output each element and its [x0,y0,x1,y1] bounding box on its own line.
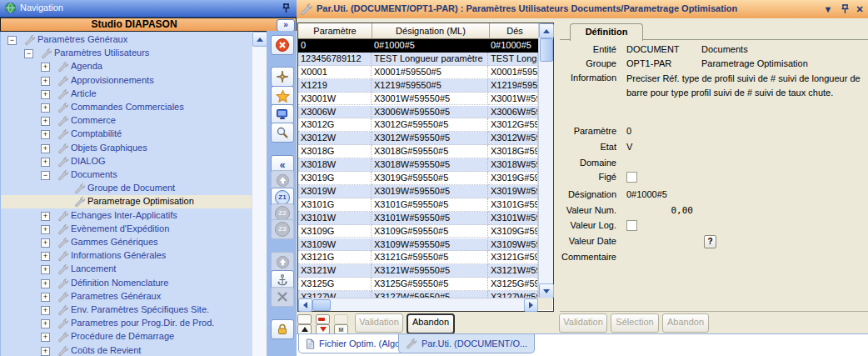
table-row-x3121w[interactable]: X3121WX3121W#59550#5X3121W#59550#5 [298,264,538,278]
designation-ml-cell[interactable]: TEST Longueur paramètre [488,53,538,66]
designation-ml-cell[interactable]: X3006W#59550#5 [488,106,538,119]
designation-ml-cell[interactable]: X3125G#59550#5 [488,278,538,291]
close-icon[interactable]: ✕ [853,3,866,16]
designation-ml-cell[interactable]: X3019W#59550#5 [488,185,538,198]
designation-cell[interactable]: X1219#59550#5 [372,79,488,93]
designation-cell[interactable]: X3109W#59550#5 [372,238,488,252]
grid-scroll-left-button[interactable] [298,298,312,312]
expand-box-icon[interactable]: + [41,225,50,234]
tree-item-informations-g-n-rales[interactable]: +Informations Générales [1,249,266,263]
column-header-d-signation-ml[interactable]: Désignation (ML) [372,23,490,39]
collapse-box-icon[interactable]: − [41,171,50,180]
table-row-x3012w[interactable]: X3012WX3012W#59550#5X3012W#59550#5 [298,132,538,145]
designation-ml-cell[interactable]: 0#1000#5 [488,39,538,53]
table-row-x3109w[interactable]: X3109WX3109W#59550#5X3109W#59550#5 [298,238,538,252]
grid-horizontal-scrollbar[interactable] [298,298,538,311]
designation-cell[interactable]: X3121G#59550#5 [372,251,488,264]
designation-cell[interactable]: X3127W#59550#5 [372,291,488,298]
designation-ml-cell[interactable]: X3012W#59550#5 [488,132,538,145]
param-cell[interactable]: X3125G [298,278,372,291]
table-row-x3012g[interactable]: X3012GX3012G#59550#5X3012G#59550#5 [298,118,538,132]
param-cell[interactable]: X3109W [298,238,372,252]
grid-scroll-up-button[interactable] [539,23,554,38]
designation-ml-cell[interactable]: X3018G#59550#5 [488,145,538,158]
tree-item-proc-dure-de-d-marrage[interactable]: +Procédure de Démarrage [1,330,266,343]
tree-item-comptabilit[interactable]: +Comptabilité [1,128,266,141]
param-cell[interactable]: X3109G [298,225,372,238]
designation-cell[interactable]: X3012W#59550#5 [372,132,488,145]
expand-box-icon[interactable]: + [41,90,50,99]
expand-box-icon[interactable]: + [41,117,50,126]
designation-cell[interactable]: X3109G#59550#5 [372,225,488,238]
expand-box-icon[interactable]: + [41,158,50,167]
designation-ml-cell[interactable]: X3101G#59550#5 [488,198,538,212]
designation-ml-cell[interactable]: X3127W#59550#5 [488,291,538,298]
tree-item-parametres-pour-prog-dir-de-prod[interactable]: +Parametres pour Prog.Dir. de Prod. [1,317,266,330]
grid-vscroll-thumb[interactable] [540,38,553,62]
tree-item-gammes-g-n-riques[interactable]: +Gammes Génériques [1,236,266,249]
param-cell[interactable]: 0 [298,39,372,53]
param-cell[interactable]: X3121G [298,251,372,264]
tree-item-param-tres-utilisateurs[interactable]: −Paramètres Utilisateurs [1,47,266,60]
column-header-param-tre[interactable]: Paramètre [298,23,372,39]
grid-vertical-scrollbar[interactable] [538,23,553,298]
table-row-x3018w[interactable]: X3018WX3018W#59550#5X3018W#59550#5 [298,158,538,172]
designation-ml-cell[interactable]: X3019G#59550#5 [488,172,538,185]
close-panel-button[interactable] [271,35,294,55]
favorites-button[interactable] [271,86,294,106]
designation-cell[interactable]: X3006W#59550#5 [372,106,488,119]
valeur-num-value[interactable]: 0,00 [626,205,693,216]
empty-box-icon[interactable] [297,314,312,324]
tree-item-commerce[interactable]: +Commerce [1,114,266,128]
red-dash-icon[interactable] [316,314,330,324]
table-row-x3109g[interactable]: X3109GX3109G#59550#5X3109G#59550#5 [298,225,538,238]
designation-ml-cell[interactable]: X3101W#59550#5 [488,212,538,225]
param-cell[interactable]: X3018G [298,145,372,158]
date-help-button[interactable]: ? [704,235,716,248]
tree-scrollbar[interactable] [252,32,267,356]
designation-cell[interactable]: X3019W#59550#5 [372,185,488,198]
tree-item-groupe-de-document[interactable]: Groupe de Document [1,182,266,195]
tab-par-uti[interactable]: Par.Uti. (DOCUMENT/O... [398,334,535,353]
search-button[interactable] [271,123,294,143]
expand-box-icon[interactable]: + [41,144,50,153]
collapse-box-icon[interactable]: − [7,36,17,45]
param-cell[interactable]: X3101G [298,198,372,212]
table-row-x3019g[interactable]: X3019GX3019G#59550#5X3019G#59550#5 [298,172,538,185]
table-row-x3101w[interactable]: X3101WX3101W#59550#5X3101W#59550#5 [298,212,538,225]
tree-scroll-up-button[interactable] [252,32,267,47]
tree-item-param-tres-g-n-raux[interactable]: −Paramètres Généraux [1,33,266,47]
param-cell[interactable]: X3006W [298,106,372,119]
expand-box-icon[interactable]: + [41,347,50,356]
designation-cell[interactable]: TEST Longueur paramètre [372,53,488,66]
expand-box-icon[interactable]: + [41,212,50,221]
table-row-123456789112[interactable]: 123456789112TEST Longueur paramètreTEST … [298,53,538,66]
tree-item-ev-nement-d-exp-dition[interactable]: +Evènement d'Expédition [1,223,266,236]
screen-button[interactable] [271,104,294,124]
expand-box-icon[interactable]: + [41,63,50,72]
expand-box-icon[interactable]: + [41,77,50,86]
tree-item-objets-graphiques[interactable]: +Objets Graphiques [1,142,266,155]
tab-definition[interactable]: Définition [570,23,643,41]
designation-cell[interactable]: X3012G#59550#5 [372,118,488,132]
grid-abandon-button[interactable]: Abandon [407,313,455,334]
param-cell[interactable]: X3101W [298,212,372,225]
table-row-x0001[interactable]: X0001X0001#59550#5X0001#59550#5 [298,66,538,79]
etat-value[interactable]: V [626,142,632,152]
designation-cell[interactable]: X3001W#59550#5 [372,93,488,106]
tree-item-article[interactable]: +Article [1,88,266,101]
designation-ml-cell[interactable]: X3012G#59550#5 [488,118,538,132]
param-cell[interactable]: X3001W [298,93,372,106]
designation-cell[interactable]: X3121W#59550#5 [372,264,488,278]
table-row-x3006w[interactable]: X3006WX3006W#59550#5X3006W#59550#5 [298,106,538,119]
expand-box-icon[interactable]: + [41,238,50,248]
designation-ml-cell[interactable]: X1219#59550#5 [488,79,538,93]
designation-cell[interactable]: 0#1000#5 [372,39,488,53]
tree-item-documents[interactable]: −Documents [1,168,266,182]
designation-cell[interactable]: X3101G#59550#5 [372,198,488,212]
expand-box-icon[interactable]: + [41,306,50,315]
designation-ml-cell[interactable]: X3018W#59550#5 [488,158,538,172]
expand-panel-button[interactable]: » [277,19,295,32]
tree-item-parametres-g-n-raux[interactable]: +Parametres Généraux [1,290,266,303]
expand-box-icon[interactable]: + [41,265,50,274]
